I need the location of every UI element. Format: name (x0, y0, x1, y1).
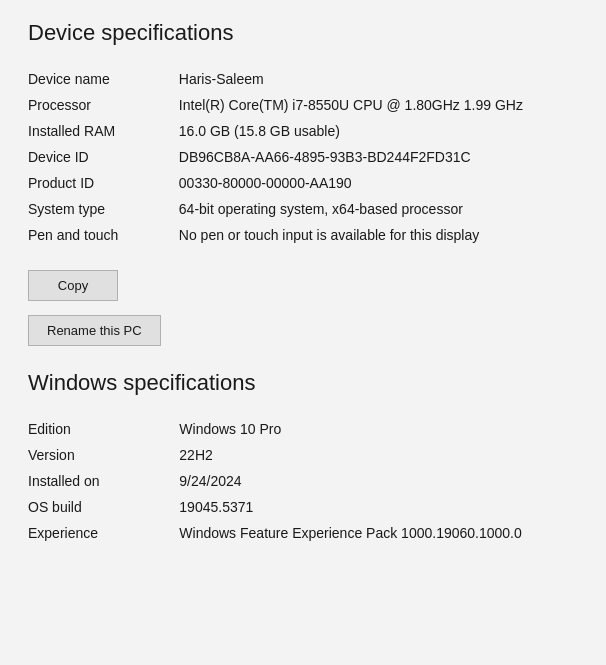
device-specifications-section: Device specifications Device name Haris-… (28, 20, 578, 346)
table-row: Processor Intel(R) Core(TM) i7-8550U CPU… (28, 92, 578, 118)
copy-button-row: Copy (28, 270, 578, 301)
spec-value: Windows 10 Pro (179, 416, 578, 442)
table-row: Pen and touch No pen or touch input is a… (28, 222, 578, 248)
spec-label: Experience (28, 520, 179, 546)
spec-label: Device ID (28, 144, 179, 170)
spec-label: Edition (28, 416, 179, 442)
table-row: Version 22H2 (28, 442, 578, 468)
table-row: System type 64-bit operating system, x64… (28, 196, 578, 222)
table-row: Installed RAM 16.0 GB (15.8 GB usable) (28, 118, 578, 144)
spec-label: Pen and touch (28, 222, 179, 248)
spec-label: System type (28, 196, 179, 222)
spec-value: 19045.5371 (179, 494, 578, 520)
spec-label: Product ID (28, 170, 179, 196)
spec-label: Installed on (28, 468, 179, 494)
table-row: Experience Windows Feature Experience Pa… (28, 520, 578, 546)
table-row: Device name Haris-Saleem (28, 66, 578, 92)
copy-button[interactable]: Copy (28, 270, 118, 301)
table-row: Installed on 9/24/2024 (28, 468, 578, 494)
table-row: Device ID DB96CB8A-AA66-4895-93B3-BD244F… (28, 144, 578, 170)
table-row: Product ID 00330-80000-00000-AA190 (28, 170, 578, 196)
windows-specifications-section: Windows specifications Edition Windows 1… (28, 370, 578, 546)
spec-value: 64-bit operating system, x64-based proce… (179, 196, 578, 222)
table-row: OS build 19045.5371 (28, 494, 578, 520)
spec-label: Installed RAM (28, 118, 179, 144)
spec-value: Haris-Saleem (179, 66, 578, 92)
spec-value: No pen or touch input is available for t… (179, 222, 578, 248)
spec-value: 9/24/2024 (179, 468, 578, 494)
device-spec-table: Device name Haris-Saleem Processor Intel… (28, 66, 578, 248)
spec-label: OS build (28, 494, 179, 520)
spec-value: 22H2 (179, 442, 578, 468)
spec-value: Intel(R) Core(TM) i7-8550U CPU @ 1.80GHz… (179, 92, 578, 118)
rename-pc-button[interactable]: Rename this PC (28, 315, 161, 346)
device-specifications-title: Device specifications (28, 20, 578, 46)
windows-spec-table: Edition Windows 10 Pro Version 22H2 Inst… (28, 416, 578, 546)
spec-label: Version (28, 442, 179, 468)
spec-label: Processor (28, 92, 179, 118)
spec-value: DB96CB8A-AA66-4895-93B3-BD244F2FD31C (179, 144, 578, 170)
spec-label: Device name (28, 66, 179, 92)
table-row: Edition Windows 10 Pro (28, 416, 578, 442)
spec-value: 00330-80000-00000-AA190 (179, 170, 578, 196)
windows-specifications-title: Windows specifications (28, 370, 578, 396)
spec-value: Windows Feature Experience Pack 1000.190… (179, 520, 578, 546)
rename-button-row: Rename this PC (28, 315, 578, 346)
spec-value: 16.0 GB (15.8 GB usable) (179, 118, 578, 144)
